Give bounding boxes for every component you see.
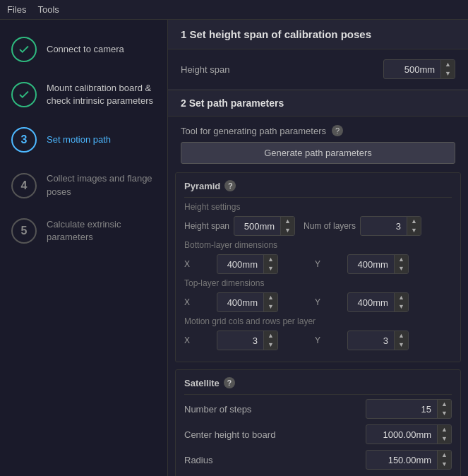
height-span-spinner[interactable]: ▲ ▼ [383,59,455,79]
center-height-up[interactable]: ▲ [438,425,451,434]
num-steps-spinner[interactable]: ▲ ▼ [366,399,452,419]
pyramid-subsection: Pyramid ? Height settings Height span ▲ … [175,172,461,362]
height-span-label: Height span [181,64,229,75]
height-settings-label: Height settings [184,202,452,212]
radius-spinner[interactable]: ▲ ▼ [366,450,452,470]
pyramid-title: Pyramid ? [184,180,452,191]
pyramid-height-span-group: Height span ▲ ▼ [184,216,295,236]
step5-icon: 5 [11,218,37,244]
grid-y-spinner[interactable]: ▲ ▼ [347,331,409,350]
pyramid-height-up[interactable]: ▲ [281,217,294,226]
step5-label: Calculate extrinsic parameters [47,218,156,244]
top-x-group: X ▲ ▼ [184,292,278,312]
tool-label: Tool for generating path parameters [181,126,326,136]
motion-grid-row: X ▲ ▼ Y ▲ ▼ [184,331,452,350]
sidebar-item-step4[interactable]: 4 Collect images and flange poses [0,162,167,208]
satellite-help-badge[interactable]: ? [224,377,235,388]
bottom-x-spinner[interactable]: ▲ ▼ [217,254,278,274]
grid-x-input[interactable] [217,333,263,349]
sidebar-item-step2[interactable]: Mount calibration board & check intrinsi… [0,72,167,117]
top-x-label: X [184,297,212,307]
bottom-layer-row: X ▲ ▼ Y ▲ ▼ [184,254,452,274]
sidebar-item-step3[interactable]: 3 Set motion path [0,117,167,162]
height-span-input[interactable] [384,61,440,78]
num-layers-up[interactable]: ▲ [407,217,421,226]
main-layout: Connect to camera Mount calibration boar… [0,20,468,476]
grid-x-down[interactable]: ▼ [264,340,277,350]
bottom-y-input[interactable] [348,256,394,273]
tool-help-badge[interactable]: ? [332,125,343,136]
content-area: 1 Set height span of calibration poses H… [168,20,468,476]
bottom-y-spinner[interactable]: ▲ ▼ [347,254,409,274]
height-span-up[interactable]: ▲ [441,60,455,69]
radius-down[interactable]: ▼ [438,460,451,469]
num-steps-label: Number of steps [184,404,251,415]
bottom-y-up[interactable]: ▲ [395,255,408,264]
grid-x-up[interactable]: ▲ [264,331,277,340]
top-x-input[interactable] [217,294,263,311]
top-y-input[interactable] [348,294,394,311]
num-steps-up[interactable]: ▲ [438,400,451,409]
menu-bar: Files Tools [0,0,468,20]
grid-y-up[interactable]: ▲ [395,331,408,340]
sidebar-item-step1[interactable]: Connect to camera [0,27,167,72]
grid-y-input[interactable] [348,333,394,349]
radius-label: Radius [184,455,212,465]
top-x-down[interactable]: ▼ [264,302,277,311]
num-layers-input[interactable] [361,218,407,234]
radius-input[interactable] [366,452,437,468]
num-steps-row: Number of steps ▲ ▼ [184,399,452,419]
grid-x-group: X ▲ ▼ [184,331,278,350]
pyramid-height-span-spinner[interactable]: ▲ ▼ [234,216,295,236]
generate-params-button[interactable]: Generate path parameters [181,142,455,164]
step4-icon: 4 [11,173,37,198]
radius-up[interactable]: ▲ [438,451,451,460]
step1-icon [11,37,37,62]
grid-y-group: Y ▲ ▼ [315,331,409,350]
pyramid-height-span-input[interactable] [234,218,280,234]
bottom-y-down[interactable]: ▼ [395,264,408,273]
pyramid-height-span-label: Height span [184,221,229,231]
num-layers-label: Num of layers [304,221,356,231]
motion-grid-label: Motion grid cols and rows per layer [184,316,452,326]
step4-label: Collect images and flange poses [47,172,156,198]
bottom-x-input[interactable] [217,256,263,273]
sidebar-item-step5[interactable]: 5 Calculate extrinsic parameters [0,208,167,254]
num-steps-down[interactable]: ▼ [438,409,451,418]
center-height-input[interactable] [366,427,437,443]
bottom-x-up[interactable]: ▲ [264,255,277,264]
pyramid-height-down[interactable]: ▼ [281,226,294,235]
bottom-x-down[interactable]: ▼ [264,264,277,273]
bottom-x-label: X [184,259,212,269]
height-span-row: Height span ▲ ▼ [168,49,468,90]
center-height-down[interactable]: ▼ [438,434,451,444]
bottom-x-group: X ▲ ▼ [184,254,278,274]
top-y-label: Y [315,297,343,307]
height-span-arrows: ▲ ▼ [440,60,455,78]
step1-label: Connect to camera [47,43,124,56]
top-layer-label: Top-layer dimensions [184,278,452,288]
sidebar: Connect to camera Mount calibration boar… [0,20,168,476]
section2-header: 2 Set path parameters [168,90,468,117]
top-x-up[interactable]: ▲ [264,293,277,302]
num-layers-spinner[interactable]: ▲ ▼ [360,216,421,236]
grid-x-spinner[interactable]: ▲ ▼ [217,331,278,350]
grid-y-down[interactable]: ▼ [395,340,408,350]
top-y-down[interactable]: ▼ [395,302,408,311]
center-height-row: Center height to board ▲ ▼ [184,424,452,444]
tool-row: Tool for generating path parameters ? [168,117,468,142]
menu-tools[interactable]: Tools [37,4,59,15]
menu-files[interactable]: Files [7,4,26,15]
center-height-spinner[interactable]: ▲ ▼ [366,424,452,444]
top-y-up[interactable]: ▲ [395,293,408,302]
num-steps-input[interactable] [366,401,437,417]
step3-icon: 3 [11,127,37,153]
bottom-y-label: Y [315,259,343,269]
top-y-spinner[interactable]: ▲ ▼ [347,292,409,312]
top-y-group: Y ▲ ▼ [315,292,409,312]
top-x-spinner[interactable]: ▲ ▼ [217,292,278,312]
pyramid-help-badge[interactable]: ? [224,180,236,191]
num-layers-down[interactable]: ▼ [407,226,421,235]
center-height-label: Center height to board [184,429,275,440]
height-span-down[interactable]: ▼ [441,69,455,78]
